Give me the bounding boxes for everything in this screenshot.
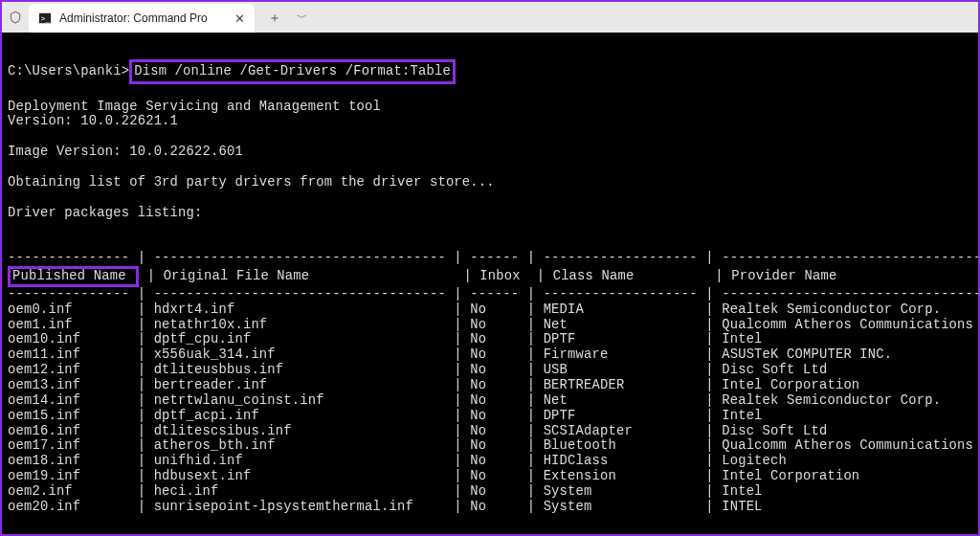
table-separator: --------------- | ----------------------…	[8, 287, 972, 302]
table-row: oem17.inf | atheros_bth.inf | No | Bluet…	[8, 438, 972, 454]
table-separator: --------------- | ----------------------…	[8, 251, 972, 266]
table-row: oem2.inf | heci.inf | No | System | Inte…	[8, 484, 972, 500]
table-row: oem0.inf | hdxrt4.inf | No | MEDIA | Rea…	[8, 302, 972, 318]
table-row: oem11.inf | x556uak_314.inf | No | Firmw…	[8, 347, 972, 363]
table-row: oem15.inf | dptf_acpi.inf | No | DPTF | …	[8, 409, 972, 424]
tab-controls: ＋ ﹀	[255, 11, 321, 24]
svg-text:>_: >_	[41, 14, 51, 23]
table-row: oem18.inf | unifhid.inf | No | HIDClass …	[8, 454, 972, 469]
table-row: oem19.inf | hdbusext.inf | No | Extensio…	[8, 469, 972, 484]
new-tab-button[interactable]: ＋	[268, 11, 281, 24]
terminal-body[interactable]: C:\Users\panki>Dism /online /Get-Drivers…	[2, 33, 978, 536]
table-header-row: Published Name | Original File Name | In…	[8, 266, 972, 287]
table-row: oem20.inf | sunrisepoint-lpsystemthermal…	[8, 500, 972, 515]
header-rest: | Original File Name | Inbox | Class Nam…	[139, 269, 980, 283]
terminal-icon: >_	[38, 11, 52, 25]
table-row: oem13.inf | bertreader.inf | No | BERTRE…	[8, 378, 972, 393]
tab-title: Administrator: Command Pro	[59, 11, 208, 25]
window-titlebar: >_ Administrator: Command Pro ✕ ＋ ﹀	[2, 2, 978, 33]
table-row: oem10.inf | dptf_cpu.inf | No | DPTF | I…	[8, 332, 972, 347]
output-lines: Deployment Image Servicing and Managemen…	[8, 84, 972, 236]
window-tab[interactable]: >_ Administrator: Command Pro ✕	[29, 4, 255, 33]
table-row: oem16.inf | dtlitescsibus.inf | No | SCS…	[8, 424, 972, 439]
table-row: oem12.inf | dtliteusbbus.inf | No | USB …	[8, 363, 972, 378]
driver-table: --------------- | ----------------------…	[8, 251, 972, 515]
prompt: C:\Users\panki>Dism /online /Get-Drivers…	[8, 64, 456, 78]
tab-dropdown-button[interactable]: ﹀	[297, 12, 307, 23]
command-highlighted: Dism /online /Get-Drivers /Format:Table	[129, 59, 456, 84]
prompt-path: C:\Users\panki>	[8, 64, 129, 78]
table-row: oem1.inf | netathr10x.inf | No | Net | Q…	[8, 318, 972, 333]
close-icon[interactable]: ✕	[234, 11, 245, 26]
shield-icon	[2, 11, 29, 24]
header-published-name-highlighted: Published Name	[8, 266, 139, 287]
table-row: oem14.inf | netrtwlanu_coinst.inf | No |…	[8, 393, 972, 409]
